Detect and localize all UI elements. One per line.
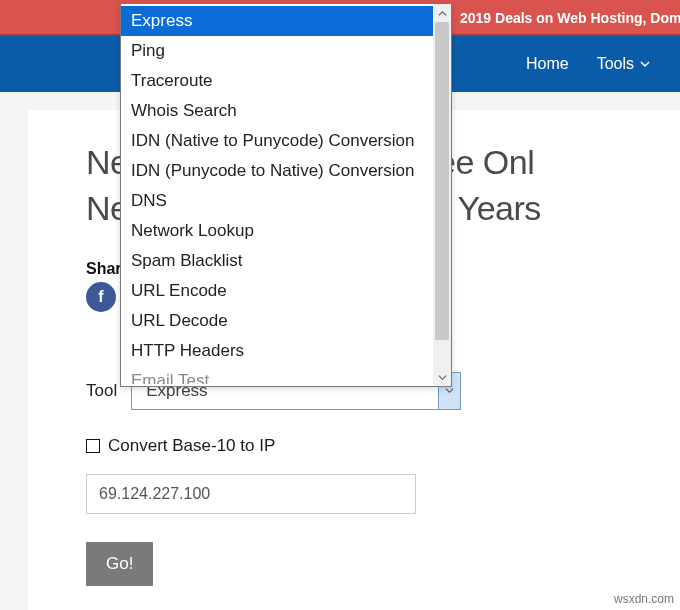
- dropdown-option[interactable]: IDN (Native to Punycode) Conversion: [121, 126, 433, 156]
- scroll-track[interactable]: [433, 22, 451, 368]
- dropdown-option[interactable]: Network Lookup: [121, 216, 433, 246]
- dropdown-option[interactable]: Whois Search: [121, 96, 433, 126]
- dropdown-scrollbar[interactable]: [433, 4, 451, 386]
- dropdown-option[interactable]: Ping: [121, 36, 433, 66]
- scroll-thumb[interactable]: [435, 22, 449, 340]
- facebook-icon: f: [98, 288, 103, 306]
- tool-label: Tool: [86, 381, 117, 401]
- dropdown-option[interactable]: Express: [121, 6, 433, 36]
- promo-banner-text: 2019 Deals on Web Hosting, Doma: [460, 10, 680, 26]
- dropdown-option[interactable]: Traceroute: [121, 66, 433, 96]
- ip-input[interactable]: [86, 474, 416, 514]
- dropdown-option[interactable]: URL Encode: [121, 276, 433, 306]
- convert-checkbox-row[interactable]: Convert Base-10 to IP: [86, 436, 680, 456]
- dropdown-option[interactable]: URL Decode: [121, 306, 433, 336]
- tool-dropdown-list: ExpressPingTracerouteWhois SearchIDN (Na…: [120, 3, 452, 387]
- facebook-share-button[interactable]: f: [86, 282, 116, 312]
- dropdown-option[interactable]: DNS: [121, 186, 433, 216]
- dropdown-option[interactable]: Email Test: [121, 366, 433, 384]
- go-button[interactable]: Go!: [86, 542, 153, 586]
- scroll-up-arrow-icon[interactable]: [433, 4, 451, 22]
- convert-checkbox-label: Convert Base-10 to IP: [108, 436, 275, 456]
- nav-home-label: Home: [526, 55, 569, 73]
- nav-tools[interactable]: Tools: [597, 55, 650, 73]
- share-label: Shar: [86, 260, 122, 278]
- dropdown-option[interactable]: IDN (Punycode to Native) Conversion: [121, 156, 433, 186]
- chevron-down-icon: [640, 59, 650, 69]
- nav-tools-label: Tools: [597, 55, 634, 73]
- scroll-down-arrow-icon[interactable]: [433, 368, 451, 386]
- dropdown-option[interactable]: HTTP Headers: [121, 336, 433, 366]
- nav-home[interactable]: Home: [526, 55, 569, 73]
- convert-checkbox[interactable]: [86, 439, 100, 453]
- watermark: wsxdn.com: [614, 592, 674, 606]
- dropdown-option[interactable]: Spam Blacklist: [121, 246, 433, 276]
